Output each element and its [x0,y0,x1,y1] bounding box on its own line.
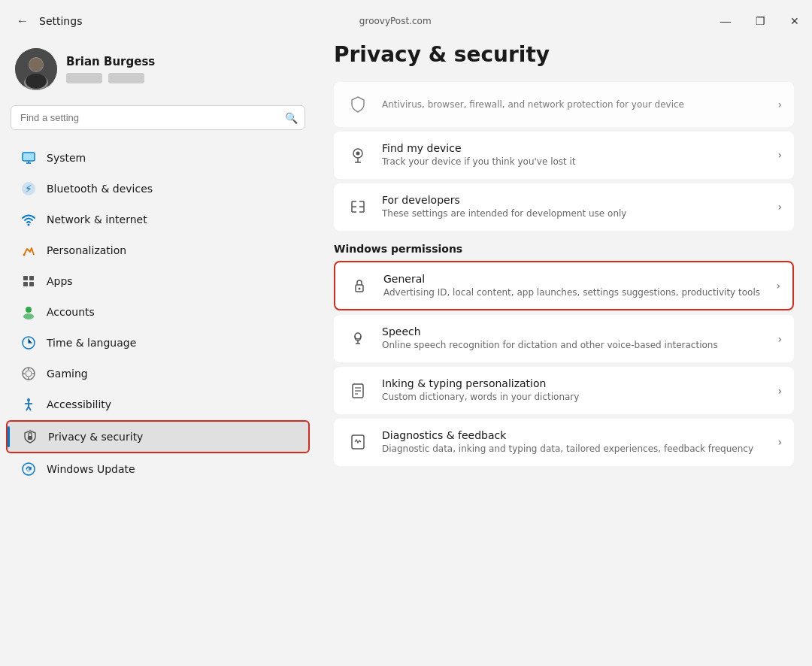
inking-card[interactable]: Inking & typing personalization Custom d… [334,367,794,414]
developers-icon [346,195,370,219]
inking-text: Inking & typing personalization Custom d… [382,377,765,404]
sidebar-item-label-bluetooth: Bluetooth & devices [47,183,153,195]
svg-rect-13 [23,276,28,280]
sidebar-item-bluetooth[interactable]: ⚡ Bluetooth & devices [6,174,310,204]
general-chevron: › [776,280,780,292]
find-device-icon [346,143,370,167]
close-button[interactable]: ✕ [777,9,812,33]
gaming-icon [21,366,36,381]
sidebar-item-privacy[interactable]: Privacy & security [6,420,310,453]
svg-text:⚡: ⚡ [25,183,32,195]
sidebar-item-label-personalization: Personalization [47,244,126,256]
svg-point-4 [26,74,47,89]
developers-desc: These settings are intended for developm… [382,207,765,220]
antivirus-text: Antivirus, browser, firewall, and networ… [382,98,765,111]
sidebar-item-label-network: Network & internet [47,213,147,226]
svg-point-11 [28,224,30,226]
update-icon [21,462,36,477]
svg-rect-16 [29,282,34,286]
personalization-icon [21,243,36,258]
sidebar-item-network[interactable]: Network & internet [6,204,310,235]
speech-text: Speech Online speech recognition for dic… [382,325,765,352]
svg-point-26 [27,398,30,401]
sidebar-item-gaming[interactable]: Gaming [6,359,310,389]
system-icon [21,150,36,165]
user-profile: Brian Burgess [0,36,316,105]
back-button[interactable]: ← [12,11,33,31]
accessibility-icon [21,397,36,412]
minimize-button[interactable]: — [708,9,743,33]
sidebar-item-label-time: Time & language [47,337,136,349]
sidebar-item-accessibility[interactable]: Accessibility [6,389,310,419]
general-text: General Advertising ID, local content, a… [383,273,764,299]
page-title: Privacy & security [334,42,794,67]
speech-chevron: › [777,333,782,345]
sidebar-item-apps[interactable]: Apps [6,266,310,296]
svg-point-21 [26,371,32,377]
find-device-chevron: › [777,149,782,161]
time-icon [21,335,36,350]
svg-point-18 [23,313,34,319]
inking-chevron: › [777,385,782,397]
speech-card[interactable]: Speech Online speech recognition for dic… [334,315,794,362]
find-device-text: Find my device Track your device if you … [382,142,765,168]
window-controls: — ❐ ✕ [708,9,812,33]
sidebar-item-label-accessibility: Accessibility [47,398,111,410]
sidebar-item-time[interactable]: Time & language [6,328,310,358]
general-desc: Advertising ID, local content, app launc… [383,286,764,299]
user-tag-2 [108,73,144,83]
sidebar-item-label-accounts: Accounts [47,306,95,318]
find-device-title: Find my device [382,142,765,154]
find-device-desc: Track your device if you think you've lo… [382,156,765,168]
developers-text: For developers These settings are intend… [382,194,765,220]
antivirus-card[interactable]: Antivirus, browser, firewall, and networ… [334,82,794,127]
search-input[interactable] [11,105,305,130]
find-device-card[interactable]: Find my device Track your device if you … [334,132,794,179]
diagnostics-text: Diagnostics & feedback Diagnostic data, … [382,429,765,456]
main-content: Privacy & security Antivirus, browser, f… [316,36,812,666]
network-icon [21,212,36,227]
svg-rect-14 [29,276,34,280]
sidebar-nav: System ⚡ Bluetooth & devices Network & i… [0,142,316,485]
diagnostics-desc: Diagnostic data, inking and typing data,… [382,443,765,456]
accounts-icon [21,304,36,319]
general-icon [347,274,371,298]
maximize-button[interactable]: ❐ [743,9,777,33]
windows-permissions-label: Windows permissions [334,243,794,255]
search-icon: 🔍 [285,112,298,124]
svg-point-34 [356,152,360,156]
user-tags [66,73,155,83]
antivirus-icon [346,92,370,117]
bluetooth-icon: ⚡ [21,181,36,196]
inking-title: Inking & typing personalization [382,377,765,389]
diagnostics-chevron: › [777,436,782,448]
svg-point-17 [26,307,32,313]
sidebar-item-system[interactable]: System [6,143,310,173]
sidebar-item-personalization[interactable]: Personalization [6,235,310,265]
app-body: Brian Burgess 🔍 System ⚡ [0,36,812,666]
sidebar: Brian Burgess 🔍 System ⚡ [0,36,316,666]
svg-rect-6 [23,153,35,161]
svg-point-47 [355,333,361,339]
sidebar-item-label-apps: Apps [47,275,73,287]
general-card[interactable]: General Advertising ID, local content, a… [334,261,794,311]
user-tag-1 [66,73,102,83]
search-box: 🔍 [11,105,305,130]
svg-rect-31 [28,436,32,440]
developers-title: For developers [382,194,765,206]
sidebar-item-label-privacy: Privacy & security [48,431,143,443]
sidebar-item-update[interactable]: Windows Update [6,454,310,484]
avatar [15,48,57,90]
sidebar-item-accounts[interactable]: Accounts [6,297,310,327]
title-bar: ← Settings groovyPost.com — ❐ ✕ [0,0,812,36]
developers-card[interactable]: For developers These settings are intend… [334,183,794,231]
title-bar-url: groovyPost.com [82,16,708,26]
back-icon: ← [17,14,29,28]
antivirus-desc: Antivirus, browser, firewall, and networ… [382,98,765,111]
user-name: Brian Burgess [66,55,155,68]
svg-point-3 [29,58,43,71]
sidebar-item-label-gaming: Gaming [47,368,88,380]
diagnostics-card[interactable]: Diagnostics & feedback Diagnostic data, … [334,419,794,466]
app-title: Settings [39,15,82,27]
inking-icon [346,379,370,403]
